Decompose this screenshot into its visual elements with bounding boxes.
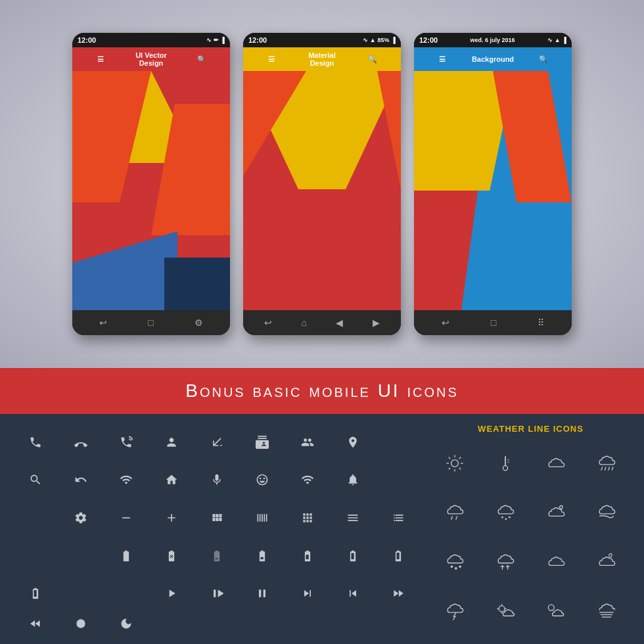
signal-bars-icon [116,469,137,490]
toolbar-title-1: UI Vector Design [128,51,173,67]
nav-home-2[interactable]: ⌂ [302,317,307,328]
weather-icons-grid [430,440,631,634]
circle-icon [70,613,91,634]
search-icon-3[interactable]: 🔍 [521,55,566,64]
signal-icon-3: ▲ [555,37,561,43]
blank-5 [70,545,91,566]
svg-point-35 [548,605,554,610]
cloud-lightning-icon [438,598,471,624]
bottom-section: Bonus basic mobile UI icons [0,368,644,644]
cloud-clear-icon [540,549,572,575]
sun-partly-cloudy-icon [540,598,572,624]
blank-2 [388,469,409,490]
nav-settings-1[interactable]: ⚙ [195,317,203,328]
battery-icon-1: ▐ [221,37,225,43]
nav-prev-2[interactable]: ◀ [336,317,343,328]
battery-full-icon [388,545,409,566]
navbar-2: ↩ ⌂ ◀ ▶ [243,310,401,335]
skip-start-icon [342,583,363,604]
time-3: 12:00 [419,36,438,44]
nav-next-2[interactable]: ▶ [373,317,380,328]
icons-section: WEATHER LINE ICONS [0,414,644,644]
grid4-icon [206,507,227,528]
toolbar-2: ☰ Material Design 🔍 [243,47,401,71]
svg-point-23 [450,565,453,568]
navbar-3: ↩ □ ⠿ [414,310,572,335]
bell-icon [342,469,363,490]
search-icon-2[interactable]: 🔍 [350,55,396,64]
bonus-title: Bonus basic mobile UI icons [185,380,459,402]
toolbar-title-3: Background [470,55,515,63]
play-pause-icon [206,583,227,604]
smiley-icon [252,469,273,490]
fast-forward-icon [388,583,409,604]
search-icon-1[interactable]: 🔍 [179,55,225,64]
status-bar-2: 12:00 ∿ ▲ 85% ▐ [243,33,401,47]
home-icon [161,469,182,490]
svg-line-19 [455,517,457,520]
menu-icon-1[interactable]: ☰ [78,55,123,64]
bg1-darkblue [164,258,230,310]
phone-2: 12:00 ∿ ▲ 85% ▐ ☰ Material Design 🔍 ↩ ⌂ … [243,33,401,335]
battery-pct-2: 85% [378,37,390,43]
phone-content-2 [243,71,401,310]
toolbar-title-2: Material Design [299,51,344,67]
battery-x-icon [161,545,182,566]
battery-half-icon [297,545,318,566]
wifi-icon-3: ∿ [547,37,553,43]
svg-line-6 [448,457,450,459]
moon-icon [116,613,137,634]
toolbar-1: ☰ UI Vector Design 🔍 [72,47,230,71]
blank-7 [116,583,137,604]
status-icons-1: ∿ ✏ ▐ [206,37,225,43]
status-bar-1: 12:00 ∿ ✏ ▐ [72,33,230,47]
nav-recents-3[interactable]: □ [491,317,496,328]
phone-1: 12:00 ∿ ✏ ▐ ☰ UI Vector Design 🔍 ↩ □ ⚙ [72,33,230,335]
battery-75-icon [342,545,363,566]
time-1: 12:00 [78,36,96,44]
skip-end-icon [297,583,318,604]
nav-back-2[interactable]: ↩ [264,317,272,328]
cloud-fog-icon [590,598,623,624]
search-icon [25,469,46,490]
phones-container: 12:00 ∿ ✏ ▐ ☰ UI Vector Design 🔍 ↩ □ ⚙ [0,0,644,368]
nav-home-1[interactable]: □ [148,317,153,328]
battery-empty-icon [206,545,227,566]
nav-back-3[interactable]: ↩ [442,317,449,328]
svg-line-16 [609,467,610,471]
sun-cloudy-icon [489,598,522,624]
menu-icon-2[interactable]: ☰ [248,55,294,64]
svg-line-9 [448,468,450,470]
cloud-hail-icon [438,549,471,575]
menu-lines-icon [342,507,363,528]
person-icon [161,432,182,453]
signal-icon-1: ✏ [214,37,219,43]
bonus-banner: Bonus basic mobile UI icons [0,368,644,414]
basic-icons-grid [13,424,421,634]
phone-3: 12:00 wed. 6 july 2016 ∿ ▲ ▐ ☰ Backgroun… [414,33,572,335]
svg-line-7 [459,468,461,470]
nav-back-1[interactable]: ↩ [99,317,107,328]
svg-line-8 [459,457,461,459]
play-icon [161,583,182,604]
svg-line-18 [451,517,452,520]
nav-apps-3[interactable]: ⠿ [538,317,544,328]
svg-point-20 [501,517,503,518]
call-incoming-icon [206,432,227,453]
cloud-night-icon [590,549,623,575]
svg-point-25 [459,565,461,568]
wifi-icon-2: ∿ [363,37,368,43]
phone-off-icon [70,432,91,453]
battery-icon-2: ▐ [392,37,396,43]
navbar-1: ↩ □ ⚙ [72,310,230,335]
menu-icon-3[interactable]: ☰ [419,55,465,64]
phone-icon [25,432,46,453]
time-2: 12:00 [248,36,267,44]
cloud-icon [540,450,572,476]
thermometer-icon [489,450,522,476]
rewind-icon [25,613,46,634]
svg-point-11 [503,466,507,471]
battery-low-icon [252,545,273,566]
cloud-rain-icon [438,499,471,526]
settings-icon [70,507,91,528]
